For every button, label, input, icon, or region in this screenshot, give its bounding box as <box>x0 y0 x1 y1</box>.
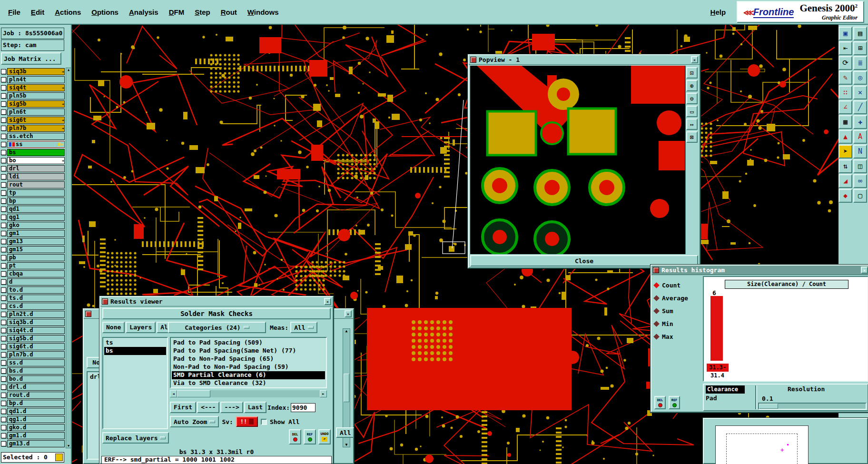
scroll-track[interactable] <box>210 390 320 397</box>
layer-row[interactable]: rout <box>1 181 65 189</box>
categories-button[interactable]: Categories (24) <box>168 322 266 333</box>
layer-visibility-checkbox[interactable] <box>1 77 6 82</box>
layer-name-chip[interactable]: sig5b.d <box>7 335 65 342</box>
window-menu-icon[interactable] <box>102 298 108 305</box>
layer-visibility-checkbox[interactable] <box>1 150 6 155</box>
zoom-window-icon[interactable]: ⊡ <box>686 67 698 79</box>
histogram-close-icon[interactable]: ✕ <box>861 267 868 274</box>
layer-name-chip[interactable]: qg1 <box>7 214 65 221</box>
layer-row[interactable]: sig6t.d <box>1 343 65 351</box>
layer-row[interactable]: pln7b◄ <box>1 124 65 132</box>
layer-name-chip[interactable]: d <box>7 278 65 286</box>
layer-row[interactable]: sig5b◄ <box>1 100 65 108</box>
background-all-button[interactable]: All <box>336 427 354 438</box>
popview-titlebar[interactable]: Popview - 1 ✕ <box>469 55 700 65</box>
show-all-checkbox[interactable] <box>261 419 267 425</box>
scroll-up-icon[interactable]: ▲ <box>68 68 69 72</box>
menu-help[interactable]: Help <box>706 6 730 19</box>
layer-name-chip[interactable]: bo.d <box>7 375 65 383</box>
copy-icon[interactable]: ◫ <box>853 159 867 173</box>
window-menu-icon[interactable] <box>85 311 91 317</box>
layer-visibility-checkbox[interactable] <box>1 296 6 301</box>
zoom-out-icon[interactable]: ⊖ <box>686 93 698 104</box>
layer-name-chip[interactable]: pb <box>7 254 65 261</box>
layer-name-chip[interactable]: rout.d <box>7 392 65 399</box>
frame-icon[interactable]: ⊞ <box>853 41 867 55</box>
pan-left-icon[interactable]: ⇤ <box>838 41 852 55</box>
command-line[interactable]: ERF--> smd_partial = 1000 1001 1002 <box>101 456 332 464</box>
layer-row[interactable]: ss.d <box>1 359 65 367</box>
layer-name-chip[interactable]: gm1 <box>7 230 65 237</box>
layer-row[interactable]: drl.d <box>1 383 65 391</box>
layer-visibility-checkbox[interactable] <box>1 231 6 236</box>
layer-name-chip[interactable]: drl.d <box>7 384 65 391</box>
layer-name-chip[interactable]: gko.d <box>7 424 65 431</box>
layer-row[interactable]: pt <box>1 262 65 270</box>
screen-icon[interactable]: ▤ <box>853 27 867 40</box>
stat-count[interactable]: Count <box>654 279 702 292</box>
layer-visibility-checkbox[interactable] <box>1 142 6 147</box>
job-matrix-button[interactable]: Job Matrix ... <box>1 52 61 65</box>
layer-row[interactable]: cbqa <box>1 270 65 278</box>
delete-button[interactable]: DEL <box>654 396 666 409</box>
layer-visibility-checkbox[interactable] <box>1 255 6 260</box>
layer-name-chip[interactable]: ss#= <box>7 141 65 148</box>
grid-icon[interactable]: ▦ <box>838 115 852 129</box>
layer-visibility-checkbox[interactable] <box>1 223 6 228</box>
layer-visibility-checkbox[interactable] <box>1 109 6 115</box>
layers-icon[interactable]: ≣ <box>853 56 867 70</box>
cursor-icon[interactable]: ➤ <box>838 145 852 158</box>
layer-row[interactable]: qg1 <box>1 213 65 221</box>
layer-name-chip[interactable]: rout <box>7 181 65 188</box>
results-category-item[interactable]: Pad to Pad Spacing(Same Net) (77) <box>172 347 325 355</box>
results-category-item[interactable]: SMD Partial Clearance (6) <box>172 371 325 379</box>
layer-row[interactable]: pln6t <box>1 108 65 116</box>
layer-visibility-checkbox[interactable] <box>1 433 6 438</box>
layer-visibility-checkbox[interactable] <box>1 93 6 99</box>
layer-row[interactable]: siq4t◄ <box>1 84 65 92</box>
layer-visibility-checkbox[interactable] <box>1 134 6 139</box>
layer-visibility-checkbox[interactable] <box>1 198 6 204</box>
add-icon[interactable]: ✚ <box>853 115 867 129</box>
layer-row[interactable]: siq4t.d <box>1 326 65 335</box>
stat-max[interactable]: Max <box>654 330 702 343</box>
category-hscrollbar[interactable]: ◄ ► <box>170 390 327 397</box>
menu-item-file[interactable]: File <box>4 6 25 19</box>
layer-visibility-checkbox[interactable] <box>1 344 6 349</box>
layer-list-scrollbar[interactable]: ▲ ▼ <box>66 68 71 448</box>
popview-artwork[interactable] <box>470 66 685 254</box>
layer-visibility-checkbox[interactable] <box>1 271 6 276</box>
layer-visibility-checkbox[interactable] <box>1 360 6 365</box>
results-layer-item[interactable]: bs <box>104 347 166 355</box>
layer-visibility-checkbox[interactable] <box>1 263 6 268</box>
first-button[interactable]: First <box>170 402 196 413</box>
layer-name-chip[interactable]: gko <box>7 222 65 229</box>
layer-name-chip[interactable]: bp <box>7 197 65 205</box>
meas-dropdown[interactable]: All <box>290 322 317 333</box>
reference-button[interactable]: REF <box>304 429 316 444</box>
replace-layers-dropdown[interactable]: Replace layers <box>102 432 169 444</box>
layer-row[interactable]: gko.d <box>1 424 65 432</box>
layer-visibility-checkbox[interactable] <box>1 425 6 430</box>
slice-icon[interactable]: ╱ <box>853 100 867 114</box>
layer-visibility-checkbox[interactable] <box>1 174 6 179</box>
layer-row[interactable]: to.d <box>1 286 65 294</box>
layer-row[interactable]: bp <box>1 197 65 205</box>
undo-button[interactable]: UNDO ↶ <box>318 429 331 444</box>
layer-visibility-checkbox[interactable] <box>1 393 6 398</box>
stat-average[interactable]: Average <box>654 292 702 305</box>
layer-row[interactable]: bs.d <box>1 367 65 375</box>
layer-name-chip[interactable]: gm15 <box>7 246 65 253</box>
menu-item-actions[interactable]: Actions <box>50 6 85 19</box>
layer-row[interactable]: bs <box>1 148 65 157</box>
scroll-down-icon[interactable]: ▼ <box>345 443 348 447</box>
diamond-icon[interactable]: ◆ <box>838 189 852 203</box>
layer-name-chip[interactable]: ss.d <box>7 359 65 366</box>
layer-row[interactable]: drl <box>1 165 65 173</box>
layer-visibility-checkbox[interactable] <box>1 312 6 317</box>
next-button[interactable]: ---> <box>220 402 243 413</box>
delete-button[interactable]: DEL <box>289 429 301 444</box>
layer-name-chip[interactable]: gm13.d <box>7 440 65 447</box>
layer-name-chip[interactable]: cs.d <box>7 303 65 310</box>
layer-name-chip[interactable]: bs.d <box>7 367 65 375</box>
